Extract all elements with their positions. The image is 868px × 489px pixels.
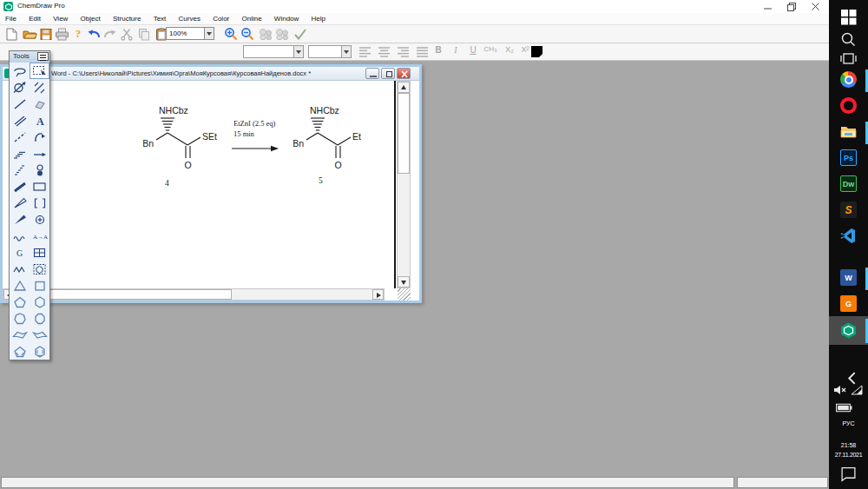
product-et-label[interactable]: Et [352, 131, 361, 142]
new-document-icon[interactable] [3, 27, 19, 42]
zoom-combobox[interactable]: 100% [166, 27, 214, 40]
palette-menu-icon[interactable] [37, 52, 49, 61]
product-oxygen-label[interactable]: O [334, 160, 341, 170]
reagent-text[interactable]: EtZnI (2.5 eq) [233, 119, 276, 128]
cyclopropane-ring-tool-icon[interactable] [10, 277, 30, 294]
reactant-nhcbz-label[interactable]: NHCbz [159, 105, 188, 116]
menu-view[interactable]: View [48, 13, 73, 23]
zoom-dropdown-arrow-icon[interactable] [204, 28, 214, 39]
italic-button[interactable]: I [448, 45, 464, 55]
reactant-number-label[interactable]: 4 [165, 179, 169, 188]
chemical-symbol-tool-icon[interactable] [30, 211, 49, 228]
hashed-bond-tool-icon[interactable] [10, 162, 30, 178]
text-tool-icon[interactable]: A [30, 112, 49, 129]
marquee-tool-icon[interactable] [30, 63, 49, 79]
polymer-tool-icon[interactable] [10, 261, 30, 277]
pen-tool-icon[interactable] [30, 129, 49, 145]
arrow-tool-icon[interactable] [30, 145, 49, 162]
menu-color[interactable]: Color [207, 13, 234, 23]
word-icon[interactable]: W [829, 266, 868, 290]
wedge-bond-tool-icon[interactable] [10, 195, 30, 211]
cyclopentane-ring-tool-icon[interactable] [10, 294, 30, 310]
time-text[interactable]: 15 min [233, 129, 255, 138]
scroll-right-button[interactable] [372, 289, 384, 300]
cut-icon[interactable] [119, 27, 135, 42]
tools-palette-titlebar[interactable]: Tools [10, 51, 49, 63]
reactant-bn-label[interactable]: Bn [142, 138, 154, 149]
opera-icon[interactable] [829, 94, 868, 118]
print-icon[interactable] [54, 27, 69, 42]
table-tool-icon[interactable] [30, 244, 49, 261]
template-tool-icon[interactable] [30, 261, 49, 277]
reactant-set-label[interactable]: SEt [202, 131, 217, 142]
zoom-out-icon[interactable] [240, 27, 255, 42]
formula-style-button[interactable]: CH₃ [481, 45, 500, 53]
network-icon[interactable] [851, 383, 868, 397]
menu-online[interactable]: Online [237, 13, 267, 23]
scroll-up-button[interactable] [398, 82, 410, 93]
minimize-button[interactable] [764, 0, 785, 13]
menu-file[interactable]: File [0, 13, 22, 23]
scroll-down-button[interactable] [398, 276, 410, 287]
cyclooctane-ring-tool-icon[interactable] [30, 310, 49, 327]
orbital-tool-icon[interactable] [30, 162, 49, 178]
chair-cyclohexane-tool-1-icon[interactable] [10, 327, 30, 343]
restore-button[interactable] [787, 0, 808, 13]
underline-button[interactable]: U [465, 45, 481, 55]
menu-object[interactable]: Object [76, 13, 106, 23]
drawing-canvas[interactable]: NHCbz Bn SEt O NHCbz Bn Et O EtZnI (2.5 … [3, 81, 419, 301]
hashed-wedge-bond-tool-icon[interactable] [10, 145, 30, 162]
multiple-bond-tool-icon[interactable] [10, 112, 30, 129]
doc-restore-button[interactable] [381, 68, 395, 79]
bold-bond-tool-icon[interactable] [10, 178, 30, 195]
undo-icon[interactable] [86, 27, 102, 42]
font-size-dropdown[interactable] [308, 45, 352, 58]
doc-close-button[interactable] [397, 68, 411, 79]
g-app-icon[interactable]: G [829, 292, 868, 316]
chair-cyclohexane-tool-2-icon[interactable] [30, 327, 49, 343]
structure-perspective-tool-icon[interactable] [10, 79, 30, 96]
action-center-icon[interactable] [829, 464, 868, 483]
file-explorer-icon[interactable] [829, 120, 868, 144]
cyclopentadiene-ring-tool-icon[interactable] [10, 343, 30, 360]
align-center-icon[interactable] [378, 47, 391, 57]
document-titlebar[interactable]: Word - C:\Users\Николай\Pictures\Химия\О… [3, 67, 419, 81]
dashed-bond-tool-icon[interactable] [10, 129, 30, 145]
doc-vertical-scrollbar[interactable] [397, 81, 411, 288]
menu-window[interactable]: Window [269, 13, 304, 23]
chemdraw-taskbar-icon[interactable] [829, 316, 868, 345]
dreamweaver-icon[interactable]: Dw [829, 172, 868, 196]
help-icon[interactable]: ? [70, 27, 86, 42]
query-properties-tool-icon[interactable] [30, 79, 49, 96]
menu-edit[interactable]: Edit [23, 13, 46, 23]
clock-time[interactable]: 21:58 [829, 442, 868, 448]
copy-icon[interactable] [136, 27, 152, 42]
solid-bond-tool-icon[interactable] [10, 96, 30, 112]
menu-help[interactable]: Help [306, 13, 331, 23]
doc-horizontal-scrollbar[interactable] [3, 288, 385, 301]
battery-icon[interactable] [829, 398, 868, 412]
cycloheptane-ring-tool-icon[interactable] [10, 310, 30, 327]
photoshop-icon[interactable]: Ps [829, 146, 868, 170]
doc-minimize-button[interactable] [365, 68, 379, 79]
rectangle-tool-icon[interactable] [30, 178, 49, 195]
product-bn-label[interactable]: Bn [293, 138, 304, 149]
product-nhcbz-label[interactable]: NHCbz [310, 105, 339, 116]
clock-date[interactable]: 27.11.2021 [829, 452, 868, 458]
chrome-icon[interactable] [829, 68, 868, 92]
reactant-oxygen-label[interactable]: O [184, 160, 191, 170]
product-number-label[interactable]: 5 [319, 176, 323, 185]
align-justify-icon[interactable] [416, 47, 429, 57]
variable-attachment-tool-icon[interactable]: G [10, 244, 30, 261]
filled-wedge-bond-tool-icon[interactable] [10, 211, 30, 228]
vscode-icon[interactable] [829, 224, 868, 248]
align-left-icon[interactable] [358, 47, 372, 57]
eraser-tool-icon[interactable] [30, 96, 49, 112]
menu-structure[interactable]: Structure [108, 13, 146, 23]
lasso-tool-icon[interactable] [10, 63, 30, 79]
menu-curves[interactable]: Curves [174, 13, 206, 23]
tray-expand-icon[interactable] [829, 368, 868, 382]
bold-button[interactable]: B [431, 45, 446, 55]
start-button[interactable] [829, 5, 868, 30]
language-indicator[interactable]: РУС [829, 420, 868, 426]
